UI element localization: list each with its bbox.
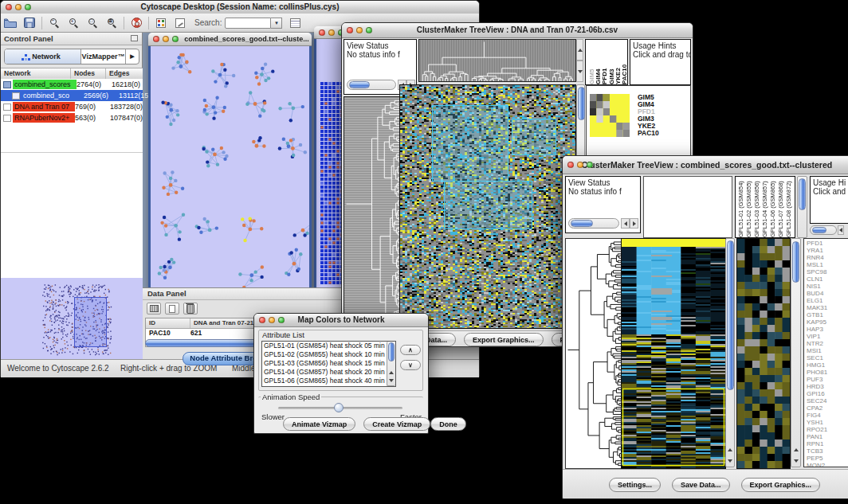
column-header[interactable]: Network bbox=[1, 68, 71, 79]
dialog-button[interactable]: Animate Vizmap bbox=[283, 417, 355, 431]
zoom-window-icon[interactable] bbox=[278, 317, 285, 323]
action-button[interactable]: Settings... bbox=[609, 478, 661, 492]
gene-label[interactable]: NIS1 bbox=[807, 283, 848, 290]
tab-vizmapper[interactable]: VizMapper™ bbox=[81, 49, 126, 64]
row-dendrogram-canvas[interactable] bbox=[344, 96, 401, 329]
attribute-item[interactable]: GPL51-01 (GSM854) heat shock 05 min bbox=[262, 342, 395, 350]
array-column-label[interactable]: GPL51-04 (GSM857) bbox=[761, 177, 769, 237]
main-titlebar[interactable]: Cytoscape Desktop (Session Name: collins… bbox=[1, 1, 479, 14]
network-table-row[interactable]: RNAPuberNov2+ 563(0) 107847(0) bbox=[1, 112, 143, 123]
action-button[interactable]: Export Graphics... bbox=[464, 333, 544, 346]
search-dropdown-button[interactable]: ▼ bbox=[271, 18, 282, 29]
network-table-row[interactable]: combined_scores 2764(0) 16218(0) bbox=[1, 79, 143, 90]
column-label[interactable]: GIM5 bbox=[588, 41, 595, 84]
view-status-scrollbar[interactable] bbox=[347, 80, 396, 90]
scroll-down-button[interactable] bbox=[726, 455, 734, 467]
column-label[interactable]: PAC10 bbox=[621, 41, 627, 84]
scroll-right-button[interactable] bbox=[630, 218, 638, 229]
close-icon[interactable] bbox=[6, 4, 12, 10]
scroll-down-button[interactable] bbox=[387, 377, 395, 385]
gene-label[interactable]: BUD4 bbox=[807, 290, 848, 297]
vizmapper-button[interactable] bbox=[151, 15, 171, 31]
array-column-label[interactable]: GPL51-08 (GSM872) bbox=[785, 177, 793, 237]
zoom-heatmap-canvas[interactable] bbox=[736, 238, 791, 469]
gene-label[interactable]: ELG1 bbox=[807, 297, 848, 304]
move-down-button[interactable]: ∨ bbox=[400, 360, 421, 370]
zoom-fit-button[interactable]: ⊞ bbox=[102, 15, 121, 31]
gene-label[interactable]: HAP3 bbox=[807, 326, 848, 333]
zoom-window-icon[interactable] bbox=[172, 36, 179, 42]
gene-label[interactable]: CPA2 bbox=[807, 404, 848, 412]
network-canvas[interactable] bbox=[151, 46, 309, 287]
column-header[interactable]: Edges bbox=[106, 68, 143, 79]
move-up-button[interactable]: ∧ bbox=[400, 345, 421, 355]
annotation-button[interactable] bbox=[171, 15, 190, 31]
column-header[interactable]: Nodes bbox=[71, 68, 106, 79]
attribute-item[interactable]: GPL51-07 (GSM868) heat shock 60 min bbox=[262, 385, 395, 387]
dialog-button[interactable]: Done bbox=[430, 417, 466, 431]
gene-label[interactable]: SPC98 bbox=[807, 268, 848, 275]
column-labels-scrollbar[interactable] bbox=[797, 176, 807, 238]
attribute-item[interactable]: GPL51-06 (GSM865) heat shock 40 min bbox=[262, 377, 395, 385]
attribute-browser-button[interactable] bbox=[285, 15, 304, 31]
scroll-left-button[interactable] bbox=[621, 218, 630, 229]
zoom-selected-button[interactable]: □ bbox=[83, 15, 102, 31]
float-panel-icon[interactable] bbox=[131, 35, 138, 41]
minimize-icon[interactable] bbox=[577, 162, 583, 168]
minimize-icon[interactable] bbox=[269, 317, 275, 323]
array-column-label[interactable]: GPL51-01 (GSM854) bbox=[737, 177, 745, 237]
gene-label[interactable]: VIP1 bbox=[807, 333, 848, 340]
gene-label[interactable]: SEC1 bbox=[807, 354, 848, 361]
array-column-label[interactable]: GPL51-07 (GSM868) bbox=[777, 177, 785, 237]
column-dendrogram-canvas[interactable] bbox=[418, 39, 576, 82]
attribute-item[interactable]: GPL51-02 (GSM855) heat shock 10 min bbox=[262, 350, 395, 359]
column-label[interactable]: PFD1 bbox=[601, 41, 607, 84]
gene-label[interactable]: MSI1 bbox=[807, 347, 848, 354]
view-status-scrollbar[interactable] bbox=[568, 218, 619, 229]
gene-label[interactable]: GPI16 bbox=[807, 390, 848, 397]
gene-label[interactable]: PHO81 bbox=[807, 369, 848, 376]
minimize-icon[interactable] bbox=[15, 4, 22, 10]
gene-label[interactable]: GTB1 bbox=[807, 311, 848, 318]
gene-label[interactable]: HMG1 bbox=[807, 361, 848, 369]
network-table-row[interactable]: DNA and Tran 07 769(0) 183728(0) bbox=[1, 101, 143, 112]
minimize-icon[interactable] bbox=[356, 27, 363, 33]
treeview1-titlebar[interactable]: ClusterMaker TreeView : DNA and Tran 07-… bbox=[342, 23, 693, 38]
gene-label[interactable]: RPO21 bbox=[807, 426, 848, 433]
array-column-label[interactable]: GPL51-02 (GSM855) bbox=[745, 177, 753, 237]
gene-label[interactable]: SEC24 bbox=[807, 397, 848, 404]
slider-thumb[interactable] bbox=[334, 403, 344, 412]
close-icon[interactable] bbox=[259, 317, 265, 323]
zoom-window-icon[interactable] bbox=[25, 4, 31, 10]
dendro-scroll-up[interactable] bbox=[576, 39, 583, 61]
gene-label[interactable]: YRA1 bbox=[807, 247, 848, 254]
gene-label[interactable]: PAN1 bbox=[807, 433, 848, 440]
gene-label[interactable]: NTR2 bbox=[807, 340, 848, 347]
column-label[interactable]: YKE2 bbox=[614, 41, 621, 84]
correlation-matrix-canvas[interactable] bbox=[590, 94, 630, 137]
close-icon[interactable] bbox=[319, 29, 325, 36]
array-column-label[interactable]: GPL51-03 (GSM856) bbox=[753, 177, 761, 237]
gene-label[interactable]: HRD3 bbox=[807, 383, 848, 390]
select-attributes-button[interactable] bbox=[147, 303, 161, 315]
gene-label[interactable]: YSH1 bbox=[807, 419, 848, 426]
search-input[interactable] bbox=[225, 18, 271, 29]
gene-label[interactable]: MSL1 bbox=[807, 261, 848, 268]
minimize-icon[interactable] bbox=[328, 29, 335, 36]
gene-label[interactable]: PAC10 bbox=[638, 130, 659, 137]
row-dendrogram-canvas[interactable] bbox=[565, 238, 622, 469]
scroll-down-button[interactable] bbox=[791, 455, 800, 467]
zoom-in-button[interactable]: + bbox=[64, 15, 83, 31]
open-file-button[interactable] bbox=[1, 15, 20, 31]
gene-label[interactable]: CLN1 bbox=[807, 275, 848, 283]
close-icon[interactable] bbox=[567, 162, 574, 168]
scroll-up-button[interactable] bbox=[726, 444, 734, 455]
gene-label[interactable]: RNR4 bbox=[807, 254, 848, 261]
zoom-window-icon[interactable] bbox=[366, 27, 372, 33]
array-column-label[interactable]: GPL51-06 (GSM865) bbox=[769, 177, 777, 237]
column-label[interactable]: GIM3 bbox=[608, 41, 614, 84]
treeview2-titlebar[interactable]: ClusterMaker TreeView : combined_scores_… bbox=[563, 156, 848, 174]
network-window-titlebar[interactable]: combined_scores_good.txt--cluste... bbox=[148, 33, 312, 46]
close-icon[interactable] bbox=[347, 27, 353, 33]
usage-hints-scrollbar[interactable] bbox=[810, 225, 837, 235]
